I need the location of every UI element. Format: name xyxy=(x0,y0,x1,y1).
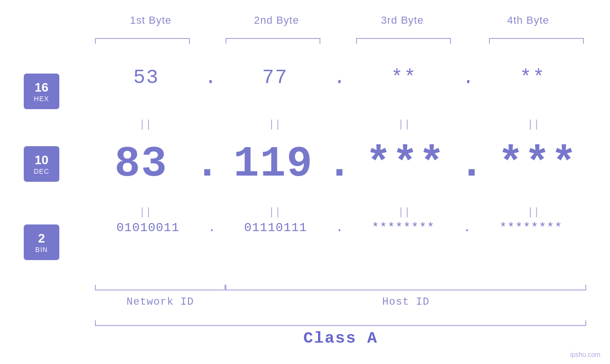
dec-badge-number: 10 xyxy=(35,153,48,168)
hex-byte1: 53 xyxy=(88,66,205,89)
bracket-tick xyxy=(585,285,586,290)
bracket-tick xyxy=(450,38,451,44)
hex-dot3: . xyxy=(462,66,474,89)
eq-hd-2: || xyxy=(217,119,333,131)
bin-dot3: . xyxy=(463,221,471,235)
bracket-tick xyxy=(583,38,584,44)
hex-byte4: ** xyxy=(474,66,591,89)
hex-badge: 16 HEX xyxy=(24,74,59,109)
main-container: 1st Byte 2nd Byte 3rd Byte 4th Byte 16 H… xyxy=(0,0,610,364)
hex-badge-label: HEX xyxy=(34,95,49,103)
hex-dot1: . xyxy=(205,66,216,89)
bracket-tick xyxy=(489,38,490,44)
class-label: Class A xyxy=(95,329,586,347)
byte-header-3: 3rd Byte xyxy=(339,14,465,27)
equals-dec-bin: || || || || xyxy=(88,206,591,218)
network-id-label: Network ID xyxy=(95,296,225,308)
hex-row: 53 . 77 . ** . ** xyxy=(88,66,591,89)
hex-badge-number: 16 xyxy=(35,80,48,95)
equals-hex-dec: || || || || xyxy=(88,119,591,131)
dec-badge-label: DEC xyxy=(34,168,49,175)
bracket-top-4 xyxy=(489,38,584,39)
byte-header-1: 1st Byte xyxy=(88,14,214,27)
bin-badge: 2 BIN xyxy=(24,224,59,260)
bracket-top-1 xyxy=(95,38,190,39)
eq-db-3: || xyxy=(347,206,462,218)
bracket-class xyxy=(95,325,586,326)
dec-badge: 10 DEC xyxy=(24,146,59,182)
eq-db-1: || xyxy=(88,206,203,218)
byte-headers: 1st Byte 2nd Byte 3rd Byte 4th Byte xyxy=(88,14,591,27)
byte-header-2: 2nd Byte xyxy=(214,14,339,27)
host-id-label: Host ID xyxy=(225,296,586,308)
hex-byte2: 77 xyxy=(216,66,333,89)
hex-byte3: ** xyxy=(346,66,462,89)
dec-dot1: . xyxy=(194,140,220,188)
dec-byte4: *** xyxy=(485,140,591,188)
bin-byte3: ******** xyxy=(343,221,463,235)
dec-row: 83 . 119 . *** . *** xyxy=(88,140,591,188)
bin-badge-number: 2 xyxy=(38,231,45,246)
bracket-tick xyxy=(189,38,190,44)
eq-db-2: || xyxy=(217,206,333,218)
hex-dot2: . xyxy=(333,66,345,89)
bin-byte4: ******** xyxy=(471,221,591,235)
bracket-tick xyxy=(585,320,586,326)
bracket-tick xyxy=(225,38,226,44)
bin-byte2: 01110111 xyxy=(216,221,336,235)
bracket-tick xyxy=(319,38,320,44)
eq-hd-1: || xyxy=(88,119,203,131)
bin-byte1: 01010011 xyxy=(88,221,208,235)
bracket-tick xyxy=(95,38,96,44)
dec-byte1: 83 xyxy=(88,140,194,188)
watermark: ipshu.com xyxy=(570,351,601,358)
eq-hd-4: || xyxy=(476,119,591,131)
dec-byte2: 119 xyxy=(220,140,327,188)
bracket-host xyxy=(225,289,586,290)
bin-dot1: . xyxy=(208,221,216,235)
bin-badge-label: BIN xyxy=(35,246,47,253)
dec-dot3: . xyxy=(459,140,484,188)
bin-row: 01010011 . 01110111 . ******** . *******… xyxy=(88,221,591,235)
bracket-top-2 xyxy=(225,38,320,39)
dec-byte3: *** xyxy=(352,140,459,188)
eq-hd-3: || xyxy=(347,119,462,131)
dec-dot2: . xyxy=(327,140,352,188)
byte-header-4: 4th Byte xyxy=(465,14,591,27)
bracket-top-3 xyxy=(356,38,451,39)
bin-dot2: . xyxy=(336,221,343,235)
bracket-network xyxy=(95,289,225,290)
eq-db-4: || xyxy=(476,206,591,218)
bracket-tick xyxy=(356,38,357,44)
